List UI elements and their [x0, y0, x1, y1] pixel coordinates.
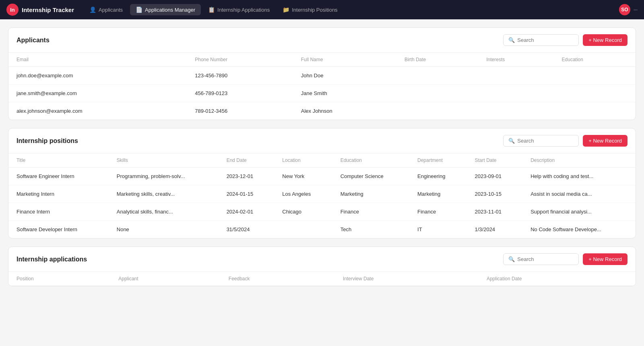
applications-table: Position Applicant Feedback Interview Da… [8, 272, 636, 286]
table-row[interactable]: alex.johnson@example.com 789-012-3456 Al… [8, 102, 636, 120]
col-birthdate: Birth Date [396, 53, 478, 67]
applicants-search-box[interactable]: 🔍 [503, 34, 579, 46]
cell-interests [478, 85, 553, 102]
cell-birth-date [396, 67, 478, 85]
applications-search-box[interactable]: 🔍 [503, 253, 579, 265]
table-row[interactable]: Marketing Intern Marketing skills, creat… [8, 185, 636, 203]
applications-table-header-row: Position Applicant Feedback Interview Da… [8, 272, 636, 286]
person-icon: 👤 [89, 6, 96, 13]
cell-name: John Doe [293, 67, 396, 85]
cell-phone: 789-012-3456 [187, 102, 293, 120]
clipboard-icon: 📋 [208, 6, 215, 13]
cell-location: Los Angeles [274, 185, 332, 203]
topnav: In Internship Tracker 👤 Applicants 📄 App… [0, 0, 644, 19]
col-end-date: End Date [219, 153, 275, 168]
cell-location: New York [274, 168, 332, 185]
cell-title: Software Developer Intern [8, 221, 109, 238]
cell-description: Support financial analysi... [522, 203, 636, 221]
cell-end-date: 31/5/2024 [219, 221, 275, 238]
table-row[interactable]: Software Engineer Intern Programming, pr… [8, 168, 636, 185]
cell-education [554, 67, 636, 85]
applicants-table: Email Phone Number Full Name Birth Date … [8, 53, 636, 120]
col-phone: Phone Number [187, 53, 293, 67]
cell-birth-date [396, 85, 478, 102]
cell-end-date: 2024-02-01 [219, 203, 275, 221]
positions-search-box[interactable]: 🔍 [503, 135, 579, 147]
applicants-actions: 🔍 + New Record [503, 34, 627, 46]
table-row[interactable]: jane.smith@example.com 456-789-0123 Jane… [8, 85, 636, 102]
applicants-search-input[interactable] [517, 37, 574, 43]
nav-tab-applicants[interactable]: 👤 Applicants [84, 4, 128, 15]
cell-birth-date [396, 102, 478, 120]
applicants-card: Applicants 🔍 + New Record Email Phone Nu… [8, 27, 636, 120]
applications-actions: 🔍 + New Record [503, 253, 627, 265]
positions-search-input[interactable] [517, 138, 574, 144]
main-content: Applicants 🔍 + New Record Email Phone Nu… [0, 19, 644, 294]
positions-actions: 🔍 + New Record [503, 135, 627, 147]
cell-edu: Marketing [332, 185, 409, 203]
cell-description: No Code Software Develope... [522, 221, 636, 238]
col-interview-date: Interview Date [335, 272, 479, 286]
table-row[interactable]: john.doe@example.com 123-456-7890 John D… [8, 67, 636, 85]
logo-badge: In [6, 4, 19, 16]
cell-location: Chicago [274, 203, 332, 221]
applications-search-input[interactable] [517, 256, 574, 262]
positions-table-body: Software Engineer Intern Programming, pr… [8, 168, 636, 238]
col-department: Department [409, 153, 466, 168]
nav-tabs: 👤 Applicants 📄 Applications Manager 📋 In… [84, 4, 616, 15]
cell-location [274, 221, 332, 238]
cell-end-date: 2023-12-01 [219, 168, 275, 185]
table-row[interactable]: Finance Intern Analytical skills, financ… [8, 203, 636, 221]
col-feedback: Feedback [221, 272, 335, 286]
col-skills: Skills [109, 153, 219, 168]
positions-table-wrap: Title Skills End Date Location Education… [8, 153, 636, 238]
app-title: Internship Tracker [22, 6, 74, 13]
cell-edu: Tech [332, 221, 409, 238]
cell-department: Marketing [409, 185, 466, 203]
nav-tab-internship-positions[interactable]: 📁 Internship Positions [277, 4, 343, 15]
col-interests: Interests [478, 53, 553, 67]
applications-new-record-button[interactable]: + New Record [583, 253, 627, 265]
cell-title: Finance Intern [8, 203, 109, 221]
cell-department: Finance [409, 203, 466, 221]
cell-education [554, 102, 636, 120]
cell-interests [478, 102, 553, 120]
nav-tab-applications-manager[interactable]: 📄 Applications Manager [130, 4, 201, 15]
cell-title: Software Engineer Intern [8, 168, 109, 185]
positions-header: Internship positions 🔍 + New Record [8, 128, 636, 153]
col-education: Education [554, 53, 636, 67]
applications-header: Internship applications 🔍 + New Record [8, 247, 636, 272]
cell-start-date: 2023-10-15 [466, 185, 522, 203]
col-application-date: Application Date [479, 272, 636, 286]
nav-right: SO ··· [619, 4, 638, 15]
folder-icon: 📁 [283, 6, 289, 13]
cell-description: Help with coding and test... [522, 168, 636, 185]
applicants-table-body: john.doe@example.com 123-456-7890 John D… [8, 67, 636, 120]
col-location: Location [274, 153, 332, 168]
applicants-header: Applicants 🔍 + New Record [8, 28, 636, 53]
cell-edu: Computer Science [332, 168, 409, 185]
cell-title: Marketing Intern [8, 185, 109, 203]
user-avatar[interactable]: SO [619, 4, 630, 15]
applicants-new-record-button[interactable]: + New Record [583, 34, 627, 46]
applications-title: Internship applications [17, 256, 503, 263]
positions-new-record-button[interactable]: + New Record [583, 135, 627, 147]
search-icon: 🔍 [508, 138, 515, 144]
cell-skills: Programming, problem-solv... [109, 168, 219, 185]
table-row[interactable]: Software Developer Intern None 31/5/2024… [8, 221, 636, 238]
user-info: ··· [634, 7, 638, 12]
col-edu: Education [332, 153, 409, 168]
nav-tab-internship-positions-label: Internship Positions [292, 7, 337, 13]
cell-interests [478, 67, 553, 85]
cell-end-date: 2024-01-15 [219, 185, 275, 203]
cell-start-date: 2023-11-01 [466, 203, 522, 221]
col-email: Email [8, 53, 187, 67]
positions-table: Title Skills End Date Location Education… [8, 153, 636, 238]
nav-tab-internship-applications[interactable]: 📋 Internship Applications [202, 4, 275, 15]
cell-skills: Analytical skills, financ... [109, 203, 219, 221]
positions-table-header-row: Title Skills End Date Location Education… [8, 153, 636, 168]
applicants-table-header-row: Email Phone Number Full Name Birth Date … [8, 53, 636, 67]
nav-tab-applicants-label: Applicants [99, 7, 123, 13]
applicants-table-wrap: Email Phone Number Full Name Birth Date … [8, 53, 636, 120]
cell-education [554, 85, 636, 102]
